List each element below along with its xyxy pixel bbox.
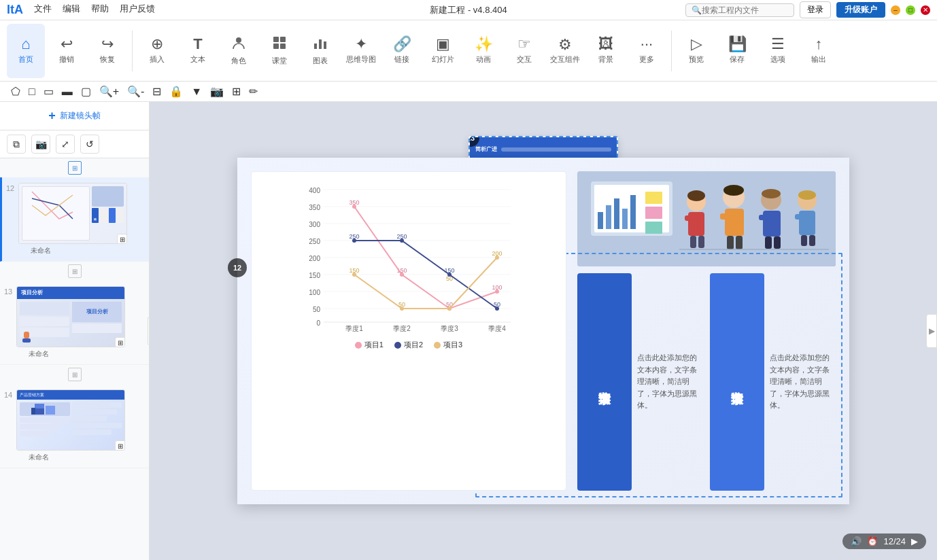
tool-slide[interactable]: ▣ 幻灯片 bbox=[424, 24, 462, 78]
legend-label-3: 项目3 bbox=[443, 340, 462, 350]
slide-item-13[interactable]: 13 项目分析 bbox=[0, 281, 149, 365]
tool-export[interactable]: ↑ 输出 bbox=[800, 24, 838, 78]
camera-button[interactable]: 📷 bbox=[31, 135, 50, 154]
new-frame-button[interactable]: + 新建镜头帧 bbox=[0, 102, 149, 130]
slide-title-13: 未命名 bbox=[16, 349, 145, 359]
slide-canvas-12[interactable]: 400 350 300 250 200 150 100 50 0 bbox=[237, 158, 849, 504]
tool-interact[interactable]: ☞ 交互 bbox=[505, 24, 543, 78]
minimize-button[interactable]: – bbox=[891, 5, 900, 15]
slide-thumb-13: 项目分析 项目分析 bbox=[16, 286, 125, 347]
svg-text:250: 250 bbox=[309, 238, 320, 245]
tool-more[interactable]: ··· 更多 bbox=[628, 24, 666, 78]
tool-undo-label: 撤销 bbox=[59, 54, 74, 65]
svg-rect-9 bbox=[22, 338, 31, 343]
svg-text:350: 350 bbox=[309, 204, 320, 211]
page-counter: 🔊 ⏰ 12/24 ▶ bbox=[842, 533, 926, 549]
tool-undo[interactable]: ↩ 撤销 bbox=[48, 24, 86, 78]
tool-text[interactable]: T 文本 bbox=[179, 24, 217, 78]
tool-options[interactable]: ☰ 选项 bbox=[759, 24, 797, 78]
tool-mindmap[interactable]: ✦ 思维导图 bbox=[342, 24, 380, 78]
card-1-body-text: 点击此处添加您的文本内容，文字条理清晰，简洁明了，字体为思源黑体。 bbox=[637, 352, 703, 412]
tool-chart-label: 图表 bbox=[313, 56, 328, 66]
upgrade-button[interactable]: 升级账户 bbox=[836, 2, 885, 18]
rotate-button[interactable]: ↺ bbox=[80, 135, 99, 154]
menu-help[interactable]: 帮助 bbox=[91, 3, 109, 17]
card-2-blue[interactable]: 请输入文字 bbox=[710, 273, 764, 491]
toolbar-separator-2 bbox=[671, 31, 672, 71]
svg-rect-100 bbox=[795, 214, 802, 220]
right-panel-collapse[interactable]: ▶ bbox=[926, 314, 937, 348]
tool-home-label: 首页 bbox=[18, 54, 33, 65]
shape-tool-grid-view[interactable]: ⊞ bbox=[232, 85, 241, 98]
card-1-blue[interactable]: 请输入文字 bbox=[577, 273, 632, 491]
card-2-body[interactable]: 点击此处添加您的文本内容，文字条理清晰，简洁明了，字体为思源黑体。 bbox=[770, 273, 836, 491]
chart-container[interactable]: 400 350 300 250 200 150 100 50 0 bbox=[251, 171, 566, 491]
shape-tool-edit[interactable]: ✏ bbox=[249, 85, 258, 98]
tool-lesson[interactable]: 课堂 bbox=[260, 24, 299, 78]
secondary-toolbar: ⬠ □ ▭ ▬ ▢ 🔍+ 🔍- ⊟ 🔒 ▼ 📷 ⊞ ✏ bbox=[0, 82, 937, 102]
fullscreen-button[interactable]: ⤢ bbox=[56, 135, 75, 154]
shape-tool-align-left[interactable]: ⊟ bbox=[152, 85, 161, 98]
svg-point-54 bbox=[352, 205, 356, 209]
shape-tool-lock[interactable]: 🔒 bbox=[169, 85, 183, 98]
tool-interact-component[interactable]: ⚙ 交互组件 bbox=[546, 24, 584, 78]
search-input[interactable] bbox=[702, 5, 783, 15]
slide-item-12[interactable]: 12 bbox=[0, 177, 149, 262]
close-button[interactable]: ✕ bbox=[921, 5, 930, 15]
slide-number-14: 14 bbox=[4, 389, 16, 399]
svg-rect-101 bbox=[808, 214, 815, 220]
legend-dot-3 bbox=[434, 342, 441, 349]
slide-indicator-12: ⊞ bbox=[0, 158, 149, 177]
right-panel: 请输入文字 点击此处添加您的文本内容，文字条理清晰，简洁明了，字体为思源黑体。 … bbox=[577, 171, 836, 491]
page-count-label: 12/24 bbox=[883, 536, 906, 546]
legend-project3: 项目3 bbox=[434, 340, 462, 350]
tool-background[interactable]: 🖼 背景 bbox=[587, 24, 625, 78]
menu-edit[interactable]: 编辑 bbox=[63, 3, 80, 17]
shape-tool-dropdown[interactable]: ▼ bbox=[191, 86, 202, 98]
slide-indicator-14: ⊞ bbox=[0, 365, 149, 384]
shape-tool-zoom-in[interactable]: 🔍+ bbox=[99, 85, 119, 98]
svg-rect-73 bbox=[630, 195, 636, 229]
menu-file[interactable]: 文件 bbox=[34, 3, 52, 17]
shape-tool-rect-fill[interactable]: ▬ bbox=[62, 86, 73, 98]
tool-preview[interactable]: ▷ 预览 bbox=[677, 24, 715, 78]
clock-icon: ⏰ bbox=[867, 536, 878, 546]
team-photo[interactable] bbox=[577, 171, 836, 266]
tool-insert[interactable]: ⊕ 插入 bbox=[138, 24, 176, 78]
search-box[interactable]: 🔍 bbox=[685, 3, 794, 17]
tool-link[interactable]: 🔗 链接 bbox=[383, 24, 421, 78]
tool-role[interactable]: 角色 bbox=[220, 24, 258, 78]
tool-home[interactable]: ⌂ 首页 bbox=[7, 24, 45, 78]
slide-icon-indicator-13: ⊞ bbox=[68, 264, 82, 278]
menu-feedback[interactable]: 用户反馈 bbox=[120, 3, 155, 17]
legend-project1: 项目1 bbox=[355, 340, 384, 350]
shape-tool-pentagon[interactable]: ⬠ bbox=[11, 85, 20, 98]
svg-rect-89 bbox=[736, 236, 743, 249]
fullscreen-icon: ⤢ bbox=[61, 139, 69, 150]
export-icon: ↑ bbox=[815, 37, 823, 52]
copy-frame-button[interactable]: ⧉ bbox=[7, 135, 26, 154]
preview-icon: ▷ bbox=[691, 37, 702, 52]
maximize-button[interactable]: □ bbox=[906, 5, 915, 15]
tool-save[interactable]: 💾 保存 bbox=[718, 24, 756, 78]
svg-point-64 bbox=[447, 307, 452, 311]
tool-redo[interactable]: ↪ 恢复 bbox=[88, 24, 126, 78]
svg-point-55 bbox=[400, 273, 404, 277]
tool-save-label: 保存 bbox=[730, 54, 745, 65]
rotate-icon: ↺ bbox=[86, 139, 94, 150]
shape-tool-square-outline[interactable]: □ bbox=[29, 86, 35, 98]
tool-mindmap-label: 思维导图 bbox=[346, 54, 376, 65]
tool-chart[interactable]: 图表 bbox=[301, 24, 339, 78]
login-button[interactable]: 登录 bbox=[800, 1, 831, 18]
shape-tool-rect-outline[interactable]: ▭ bbox=[44, 85, 54, 98]
shape-tool-zoom-out[interactable]: 🔍- bbox=[127, 85, 144, 98]
svg-rect-96 bbox=[774, 237, 781, 249]
title-bar-right: 🔍 登录 升级账户 – □ ✕ bbox=[685, 1, 930, 18]
slide-item-14[interactable]: 14 产品营销方案 bbox=[0, 384, 149, 468]
card-1-body[interactable]: 点击此处添加您的文本内容，文字条理清晰，简洁明了，字体为思源黑体。 bbox=[637, 273, 703, 491]
svg-point-63 bbox=[400, 307, 404, 311]
tool-animate[interactable]: ✨ 动画 bbox=[464, 24, 502, 78]
shape-tool-camera[interactable]: 📷 bbox=[210, 85, 224, 98]
shape-tool-round-rect[interactable]: ▢ bbox=[81, 85, 91, 98]
animate-icon: ✨ bbox=[475, 37, 493, 52]
